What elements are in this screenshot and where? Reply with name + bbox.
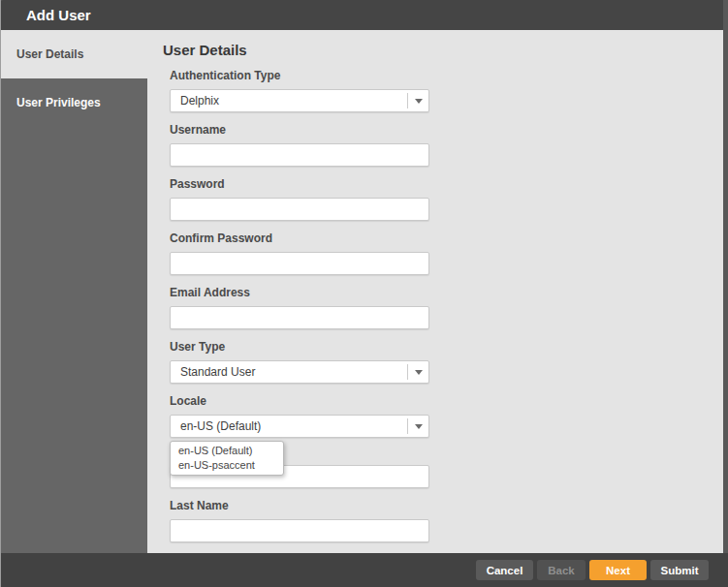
- submit-button[interactable]: Submit: [650, 560, 709, 580]
- username-group: Username: [170, 123, 429, 167]
- locale-option-en-us-default[interactable]: en-US (Default): [171, 444, 283, 458]
- next-button[interactable]: Next: [589, 560, 647, 580]
- locale-select[interactable]: en-US (Default): [170, 415, 429, 438]
- email-address-input[interactable]: [170, 306, 429, 329]
- sidebar-item-user-privileges[interactable]: User Privileges: [0, 78, 147, 127]
- page-title: User Details: [163, 42, 723, 59]
- field-label: User Type: [170, 340, 429, 354]
- confirm-password-input[interactable]: [170, 252, 429, 275]
- cancel-button[interactable]: Cancel: [476, 560, 533, 580]
- field-label: Username: [170, 123, 429, 137]
- add-user-dialog: Add User User Details User Privileges Us…: [0, 0, 728, 587]
- user-type-group: User Type Standard User: [170, 340, 429, 384]
- sidebar-item-user-details[interactable]: User Details: [0, 30, 147, 78]
- authentication-type-select[interactable]: Delphix: [170, 89, 429, 112]
- field-label: Locale: [170, 394, 429, 408]
- selected-value: Delphix: [171, 90, 428, 111]
- password-input[interactable]: [170, 198, 429, 221]
- field-label: Last Name: [170, 499, 429, 512]
- last-name-input[interactable]: [170, 519, 429, 542]
- locale-option-en-us-psaccent[interactable]: en-US-psaccent: [171, 458, 283, 473]
- chevron-down-icon[interactable]: [407, 418, 428, 434]
- email-address-group: Email Address: [170, 286, 429, 329]
- sidebar-item-label: User Details: [16, 47, 83, 61]
- last-name-group: Last Name: [170, 499, 429, 542]
- field-label: Authentication Type: [170, 69, 429, 82]
- sidebar-item-label: User Privileges: [16, 96, 101, 109]
- dialog-left-border: [0, 0, 1, 587]
- field-label: Confirm Password: [170, 232, 429, 245]
- chevron-down-icon[interactable]: [407, 93, 428, 108]
- confirm-password-group: Confirm Password: [170, 232, 429, 275]
- user-type-select[interactable]: Standard User: [170, 360, 429, 384]
- back-button[interactable]: Back: [537, 560, 586, 580]
- username-input[interactable]: [170, 143, 429, 167]
- chevron-down-icon[interactable]: [407, 364, 428, 380]
- selected-value: Standard User: [171, 361, 428, 383]
- authentication-type-group: Authentication Type Delphix: [170, 69, 429, 112]
- dialog-title: Add User: [0, 0, 723, 30]
- selected-value: en-US (Default): [171, 416, 428, 437]
- sidebar: [0, 78, 147, 553]
- field-label: Password: [170, 177, 429, 191]
- password-group: Password: [170, 177, 429, 221]
- field-label: Email Address: [170, 286, 429, 299]
- dialog-footer: Cancel Back Next Submit: [0, 553, 728, 587]
- locale-group: Locale en-US (Default): [170, 394, 429, 438]
- locale-dropdown-menu: en-US (Default) en-US-psaccent: [170, 441, 284, 476]
